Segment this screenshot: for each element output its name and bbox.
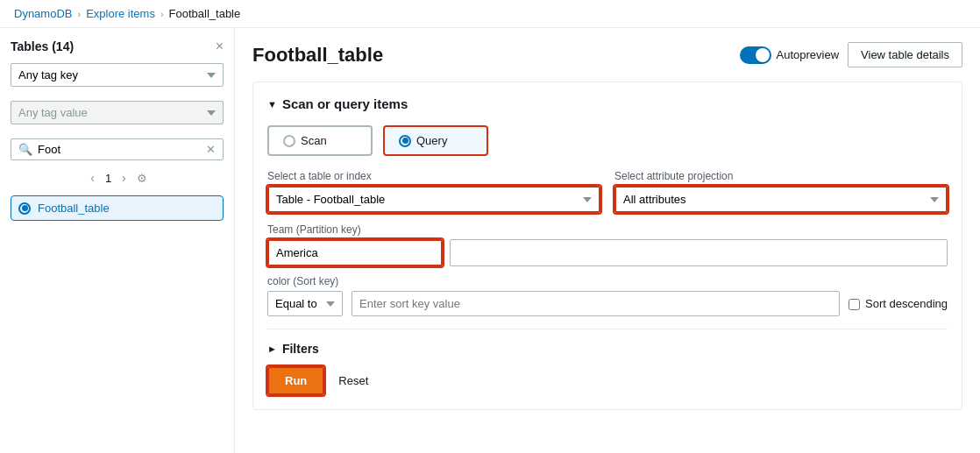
view-table-details-button[interactable]: View table details	[848, 42, 962, 67]
scan-label: Scan	[301, 134, 327, 147]
action-buttons: Run Reset	[267, 366, 948, 395]
sidebar-header: Tables (14) ×	[11, 39, 224, 54]
page-title: Football_table	[252, 44, 383, 67]
pagination: ‹ 1 › ⚙	[11, 169, 224, 187]
partition-key-input[interactable]	[267, 239, 443, 266]
autopreview-label: Autopreview	[777, 48, 840, 61]
sort-descending-checkbox[interactable]	[849, 299, 860, 310]
breadcrumb-sep-2: ›	[160, 9, 164, 19]
query-radio-circle-inner	[402, 138, 408, 144]
search-icon: 🔍	[18, 143, 32, 156]
page-number: 1	[105, 172, 111, 185]
tag-key-select[interactable]: Any tag key	[11, 63, 224, 87]
sidebar-close-icon[interactable]: ×	[216, 39, 224, 54]
search-input[interactable]	[38, 143, 206, 156]
filters-arrow-icon: ►	[267, 343, 277, 354]
breadcrumb-bar: DynamoDB › Explore items › Football_tabl…	[0, 0, 980, 28]
breadcrumb-current: Football_table	[169, 7, 241, 20]
sort-key-label: color (Sort key)	[267, 275, 948, 287]
attr-projection-select[interactable]: All attributes	[614, 186, 948, 213]
breadcrumb-dynamodb[interactable]: DynamoDB	[14, 7, 72, 20]
sidebar-search-box: 🔍 ✕	[11, 138, 224, 160]
sidebar-item-football-table[interactable]: Football_table	[11, 195, 224, 221]
next-page-button[interactable]: ›	[118, 169, 130, 187]
attr-projection-group: Select attribute projection All attribut…	[614, 170, 948, 213]
query-label: Query	[416, 134, 447, 147]
autopreview-toggle[interactable]: Autopreview	[740, 46, 840, 64]
sidebar-title: Tables (14)	[11, 39, 74, 53]
table-radio-dot	[18, 202, 31, 215]
sort-key-input[interactable]	[352, 291, 840, 316]
table-item-name: Football_table	[38, 202, 110, 215]
partition-key-full-input[interactable]	[450, 239, 948, 266]
section-title: Scan or query items	[282, 96, 408, 111]
scan-query-radio-row: Scan Query	[267, 125, 948, 156]
query-radio-option[interactable]: Query	[383, 125, 488, 156]
sort-descending-label: Sort descending	[865, 297, 948, 310]
toggle-knob	[756, 48, 770, 62]
reset-button[interactable]: Reset	[335, 368, 372, 393]
breadcrumb-sep-1: ›	[77, 9, 81, 19]
sort-descending-check: Sort descending	[849, 297, 948, 310]
scan-radio-circle	[283, 135, 295, 147]
table-radio-dot-inner	[22, 205, 28, 211]
sidebar: Tables (14) × Any tag key Any tag value …	[0, 28, 235, 453]
run-button[interactable]: Run	[267, 366, 324, 395]
clear-icon[interactable]: ✕	[206, 143, 216, 156]
toggle-switch[interactable]	[740, 46, 771, 64]
partition-key-section: Team (Partition key)	[267, 223, 948, 266]
sort-key-row: Equal to Sort descending	[267, 291, 948, 316]
query-radio-circle	[399, 135, 411, 147]
scan-radio-option[interactable]: Scan	[267, 125, 373, 156]
prev-page-button[interactable]: ‹	[87, 169, 98, 187]
settings-icon[interactable]: ⚙	[137, 172, 147, 185]
breadcrumb-explore[interactable]: Explore items	[86, 7, 155, 20]
partition-key-label: Team (Partition key)	[267, 223, 948, 236]
sort-key-section: color (Sort key) Equal to Sort descendin…	[267, 275, 948, 316]
divider	[267, 329, 948, 329]
header-right: Autopreview View table details	[740, 42, 962, 67]
attr-projection-label: Select attribute projection	[614, 170, 948, 182]
table-index-group: Select a table or index Table - Football…	[267, 170, 600, 213]
sort-key-condition-select[interactable]: Equal to	[267, 291, 343, 316]
section-arrow-icon: ▼	[267, 99, 277, 110]
section-header[interactable]: ▼ Scan or query items	[267, 96, 948, 111]
table-attr-row: Select a table or index Table - Football…	[267, 170, 948, 213]
tag-value-select[interactable]: Any tag value	[11, 101, 224, 124]
content-area: Football_table Autopreview View table de…	[235, 28, 980, 453]
table-index-label: Select a table or index	[267, 170, 600, 182]
filters-section-header[interactable]: ► Filters	[267, 342, 948, 356]
filters-label: Filters	[282, 342, 319, 356]
partition-key-row	[267, 239, 948, 266]
content-header: Football_table Autopreview View table de…	[252, 42, 962, 67]
scan-query-section: ▼ Scan or query items Scan Query	[252, 81, 962, 410]
table-index-select[interactable]: Table - Football_table	[267, 186, 600, 213]
